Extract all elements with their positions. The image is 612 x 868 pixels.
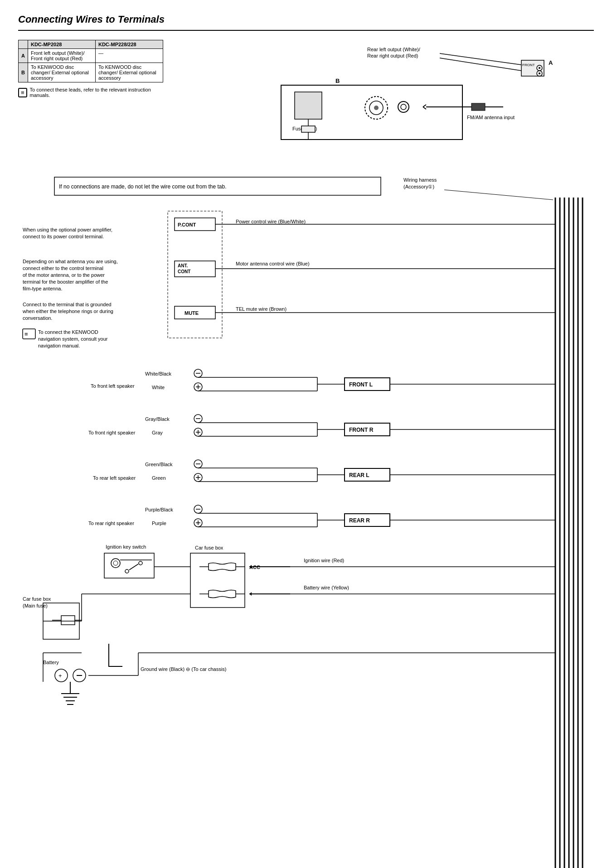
svg-text:(Main fuse): (Main fuse) (23, 603, 48, 608)
svg-text:when either the telephone ring: when either the telephone rings or durin… (22, 309, 113, 314)
svg-text:Purple/Black: Purple/Black (145, 507, 173, 512)
table-cell-a2: — (95, 49, 163, 63)
svg-text:Rear left output (White)/: Rear left output (White)/ (367, 47, 421, 52)
svg-text:ANT.: ANT. (178, 263, 188, 268)
svg-text:navigation manual.: navigation manual. (38, 343, 80, 348)
svg-text:Rear right output (Red): Rear right output (Red) (367, 53, 418, 58)
svg-line-4 (440, 58, 521, 71)
table-header-col1: KDC-MP2028 (28, 40, 95, 49)
wiring-diagram-svg: If no connections are made, do not let t… (18, 173, 594, 868)
table-cell-a1: Front left output (White)/ Front right o… (28, 49, 95, 63)
svg-text:Wiring harness: Wiring harness (403, 177, 437, 183)
svg-point-8 (539, 67, 540, 69)
main-diagram: If no connections are made, do not let t… (18, 173, 594, 868)
svg-text:MUTE: MUTE (185, 310, 199, 316)
table-cell-b1: To KENWOOD disc changer/ External option… (28, 63, 95, 82)
svg-text:connect to its power control t: connect to its power control terminal. (23, 234, 104, 239)
connector-table: KDC-MP2028 KDC-MP228/228 A Front left ou… (18, 40, 163, 82)
svg-text:FRONT: FRONT (522, 63, 535, 67)
page-title: Connecting Wires to Terminals (18, 14, 594, 25)
svg-text:Power control wire (Blue/White: Power control wire (Blue/White) (236, 219, 306, 224)
svg-text:Battery wire (Yellow): Battery wire (Yellow) (304, 585, 349, 590)
table-header-col2: KDC-MP228/228 (95, 40, 163, 49)
svg-text:Connect to the terminal that i: Connect to the terminal that is grounded (23, 302, 112, 307)
svg-text:Battery: Battery (43, 660, 59, 665)
svg-text:Car fuse box: Car fuse box (195, 545, 223, 550)
table-label-a: A (19, 49, 28, 63)
svg-text:FRONT  R: FRONT R (349, 427, 374, 433)
svg-text:B: B (335, 77, 340, 84)
svg-text:Green: Green (152, 475, 166, 481)
table-cell-b2: To KENWOOD disc changer/ External option… (95, 63, 163, 82)
svg-text:To rear left speaker: To rear left speaker (93, 475, 136, 481)
svg-line-3 (440, 53, 521, 65)
svg-text:To rear right speaker: To rear right speaker (88, 521, 134, 526)
svg-text:+: + (58, 672, 62, 679)
svg-text:A: A (549, 59, 553, 66)
svg-line-32 (444, 190, 553, 200)
svg-text:When using the optional power : When using the optional power amplifier, (23, 227, 112, 232)
svg-text:FM/AM antenna input: FM/AM antenna input (467, 115, 515, 120)
svg-text:Ignition key switch: Ignition key switch (106, 544, 146, 550)
svg-text:(Accessory①): (Accessory①) (403, 184, 434, 189)
svg-text:TEL mute wire (Brown): TEL mute wire (Brown) (236, 306, 287, 312)
svg-text:Ground wire (Black) ⊖ (To car : Ground wire (Black) ⊖ (To car chassis) (141, 666, 226, 672)
svg-text:Gray: Gray (152, 430, 163, 435)
svg-marker-157 (249, 592, 252, 596)
svg-text:FRONT  L: FRONT L (349, 381, 373, 388)
svg-text:REAR  L: REAR L (349, 472, 369, 478)
svg-text:conversation.: conversation. (23, 315, 52, 321)
svg-rect-25 (471, 103, 485, 111)
svg-text:connect either to the control : connect either to the control terminal (23, 265, 103, 271)
svg-text:To connect the KENWOOD: To connect the KENWOOD (38, 329, 98, 335)
svg-text:Depending on what antenna you : Depending on what antenna you are using, (23, 259, 118, 264)
table-label-b: B (19, 63, 28, 82)
svg-point-19 (374, 106, 379, 110)
svg-text:terminal for the booster ampli: terminal for the booster amplifier of th… (23, 279, 108, 285)
svg-text:P.CONT: P.CONT (178, 222, 196, 227)
svg-text:Purple: Purple (152, 521, 166, 526)
svg-text:Car fuse box: Car fuse box (23, 596, 51, 602)
svg-text:REAR  R: REAR R (349, 517, 370, 524)
svg-text:CONT: CONT (178, 269, 190, 274)
title-divider (18, 30, 594, 31)
svg-text:navigation system, consult you: navigation system, consult your (38, 336, 108, 342)
top-diagram-svg: Rear left output (White)/ Rear right out… (177, 40, 585, 167)
svg-text:≡: ≡ (24, 331, 28, 338)
svg-point-10 (539, 72, 540, 74)
svg-text:White/Black: White/Black (145, 371, 172, 376)
note1-block: ≡ To connect these leads, refer to the r… (18, 87, 163, 98)
svg-text:of the motor antenna, or to th: of the motor antenna, or to the power (23, 272, 105, 278)
svg-text:To front left speaker: To front left speaker (91, 383, 135, 389)
svg-rect-145 (190, 553, 245, 608)
svg-text:film-type antenna.: film-type antenna. (23, 286, 62, 291)
svg-text:Motor antenna control wire (Bl: Motor antenna control wire (Blue) (236, 261, 310, 266)
svg-text:Ignition wire (Red): Ignition wire (Red) (304, 558, 344, 563)
note1-text: To connect these leads, refer to the rel… (30, 87, 163, 98)
note-icon-symbol: ≡ (18, 88, 27, 97)
svg-text:Gray/Black: Gray/Black (145, 416, 170, 422)
svg-rect-16 (301, 126, 315, 132)
svg-text:Green/Black: Green/Black (145, 462, 173, 467)
svg-text:White: White (152, 385, 165, 390)
svg-text:If no connections are made, do: If no connections are made, do not let t… (59, 183, 227, 190)
svg-text:To front right speaker: To front right speaker (88, 430, 136, 435)
svg-rect-13 (295, 92, 322, 119)
